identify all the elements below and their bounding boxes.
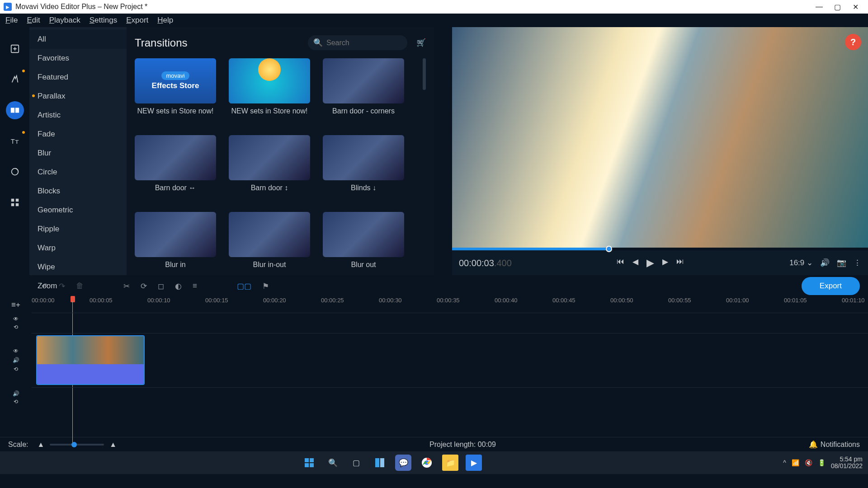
search-input[interactable] — [326, 39, 417, 47]
category-blur[interactable]: Blur — [29, 144, 127, 163]
notifications-button[interactable]: 🔔 Notifications — [809, 440, 860, 449]
movavi-taskbar-icon[interactable]: ▶ — [466, 455, 482, 471]
video-preview[interactable]: ? — [452, 27, 868, 248]
maximize-button[interactable]: ▢ — [828, 3, 846, 11]
preview-progress[interactable] — [452, 248, 868, 250]
taskbar-clock[interactable]: 5:54 pm 08/01/2022 — [831, 456, 863, 470]
add-track-icon[interactable]: ≡+ — [0, 297, 32, 313]
title-track-controls[interactable]: 👁 ⟲ — [0, 313, 32, 333]
menu-file[interactable]: File — [5, 16, 18, 25]
clear-search-icon[interactable]: ✕ — [417, 38, 423, 47]
mute-icon[interactable]: 🔊 — [13, 357, 19, 363]
color-adjust-icon[interactable]: ◐ — [175, 282, 182, 291]
menu-playback[interactable]: Playback — [49, 16, 80, 25]
playhead[interactable] — [71, 296, 75, 302]
volume-icon[interactable]: 🔊 — [820, 258, 830, 267]
import-tool-icon[interactable] — [6, 40, 24, 58]
video-track-controls[interactable]: 👁 🔊 ⟲ — [0, 333, 32, 387]
search-box[interactable]: 🔍 ✕ — [308, 35, 407, 50]
transition-item[interactable]: Blur in — [135, 212, 216, 275]
player-more-icon[interactable]: ⋮ — [854, 258, 861, 267]
audio-track-controls[interactable]: 🔊 ⟲ — [0, 387, 32, 408]
taskbar-search-icon[interactable]: 🔍 — [325, 455, 341, 471]
transition-wizard-icon[interactable]: ▢▢ — [237, 282, 251, 291]
rotate-icon[interactable]: ⟳ — [141, 282, 147, 291]
category-artistic[interactable]: Artistic — [29, 106, 127, 125]
filters-tool-icon[interactable] — [6, 70, 24, 89]
aspect-ratio-select[interactable]: 16:9 ⌄ — [789, 258, 813, 267]
volume-tray-icon[interactable]: 🔇 — [805, 459, 812, 466]
category-warp[interactable]: Warp — [29, 239, 127, 258]
video-track[interactable]: 👁 🔊 ⟲ — [0, 333, 868, 387]
mute-icon[interactable]: 🔊 — [13, 390, 19, 397]
redo-icon[interactable]: ↷ — [59, 282, 65, 291]
transition-item[interactable]: NEW sets in Store now! — [229, 58, 310, 125]
more-tools-icon[interactable] — [6, 193, 24, 211]
menu-export[interactable]: Export — [126, 16, 148, 25]
transition-item[interactable]: Blur out — [323, 212, 404, 275]
battery-icon[interactable]: 🔋 — [818, 459, 826, 466]
start-icon[interactable] — [301, 455, 317, 471]
system-tray[interactable]: ^ 📶 🔇 🔋 5:54 pm 08/01/2022 — [783, 456, 868, 470]
help-icon[interactable]: ? — [845, 34, 861, 50]
zoom-slider[interactable] — [50, 444, 104, 446]
play-icon[interactable]: ▶ — [646, 257, 654, 269]
category-fade[interactable]: Fade — [29, 125, 127, 144]
menu-help[interactable]: Help — [157, 16, 173, 25]
clip-properties-icon[interactable]: ≡ — [193, 282, 197, 291]
menu-edit[interactable]: Edit — [27, 16, 40, 25]
menu-settings[interactable]: Settings — [90, 16, 117, 25]
transition-item[interactable]: movaviEffects StoreNEW sets in Store now… — [135, 58, 216, 125]
audio-track[interactable]: 🔊 ⟲ — [0, 387, 868, 408]
next-clip-icon[interactable]: ⏭ — [676, 257, 684, 269]
time-ruler[interactable]: 00:00:0000:00:0500:00:1000:00:1500:00:20… — [32, 297, 868, 313]
widgets-icon[interactable] — [372, 455, 388, 471]
category-circle[interactable]: Circle — [29, 163, 127, 182]
prev-clip-icon[interactable]: ⏮ — [617, 257, 624, 269]
split-icon[interactable]: ✂ — [123, 282, 130, 291]
minimize-button[interactable]: — — [810, 3, 828, 11]
video-clip[interactable] — [36, 335, 145, 385]
category-blocks[interactable]: Blocks — [29, 182, 127, 201]
category-geometric[interactable]: Geometric — [29, 201, 127, 220]
explorer-icon[interactable]: 📁 — [442, 455, 458, 471]
link-icon[interactable]: ⟲ — [14, 366, 18, 372]
marker-icon[interactable]: ⚑ — [262, 282, 269, 291]
category-ripple[interactable]: Ripple — [29, 220, 127, 239]
visibility-icon[interactable]: 👁 — [13, 348, 19, 354]
step-back-icon[interactable]: ◀ — [632, 257, 638, 269]
link-icon[interactable]: ⟲ — [14, 399, 18, 405]
wifi-icon[interactable]: 📶 — [792, 459, 799, 466]
chat-icon[interactable]: 💬 — [395, 455, 411, 471]
transition-item[interactable]: Blinds ↓ — [323, 135, 404, 202]
zoom-in-icon[interactable]: ▲ — [109, 441, 117, 449]
category-favorites[interactable]: Favorites — [29, 49, 127, 68]
zoom-out-icon[interactable]: ▲ — [37, 441, 44, 449]
link-icon[interactable]: ⟲ — [14, 324, 18, 330]
transition-item[interactable]: Barn door ↔ — [135, 135, 216, 202]
transition-item[interactable]: Barn door ↕ — [229, 135, 310, 202]
visibility-icon[interactable]: 👁 — [13, 316, 19, 322]
snapshot-icon[interactable]: 📷 — [837, 258, 846, 267]
category-wipe[interactable]: Wipe — [29, 258, 127, 277]
undo-icon[interactable]: ↶ — [42, 282, 48, 291]
crop-icon[interactable]: ◻ — [158, 282, 164, 291]
ruler-tick: 00:00:10 — [147, 297, 170, 304]
titles-tool-icon[interactable]: Tᴛ — [6, 132, 24, 150]
transitions-tool-icon[interactable] — [6, 101, 24, 119]
close-button[interactable]: ✕ — [846, 3, 864, 11]
stickers-tool-icon[interactable] — [6, 163, 24, 181]
title-track[interactable]: 👁 ⟲ — [0, 313, 868, 333]
browser-scrollbar[interactable] — [423, 58, 426, 90]
task-view-icon[interactable]: ▢ — [348, 455, 364, 471]
category-parallax[interactable]: Parallax — [29, 87, 127, 106]
step-fwd-icon[interactable]: ▶ — [662, 257, 668, 269]
export-button[interactable]: Export — [802, 277, 860, 295]
transition-item[interactable]: Barn door - corners — [323, 58, 404, 125]
delete-icon[interactable]: 🗑 — [76, 282, 84, 291]
chrome-icon[interactable] — [419, 455, 435, 471]
transition-item[interactable]: Blur in-out — [229, 212, 310, 275]
tray-chevron-icon[interactable]: ^ — [783, 459, 786, 466]
category-featured[interactable]: Featured — [29, 68, 127, 87]
category-all[interactable]: All — [29, 30, 127, 49]
